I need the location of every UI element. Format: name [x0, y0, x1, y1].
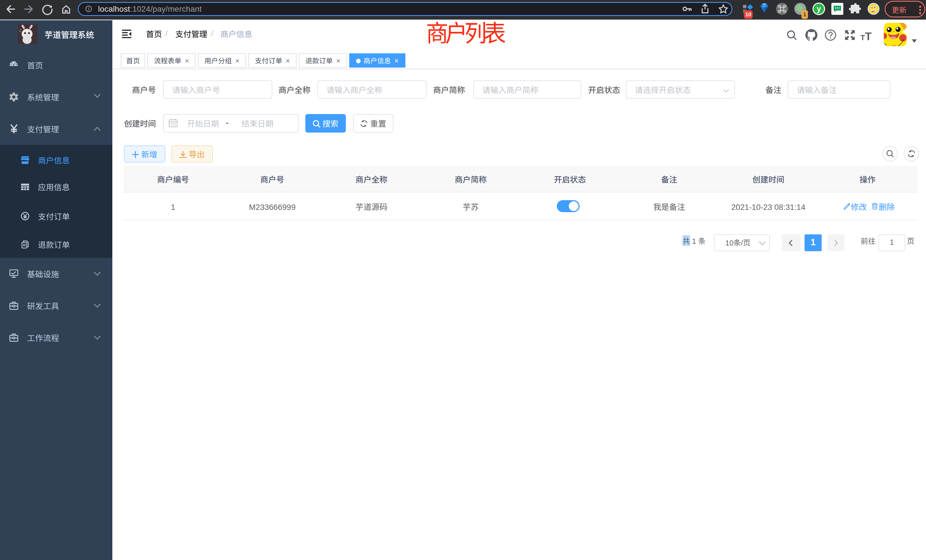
svg-text:y: y [817, 5, 821, 13]
